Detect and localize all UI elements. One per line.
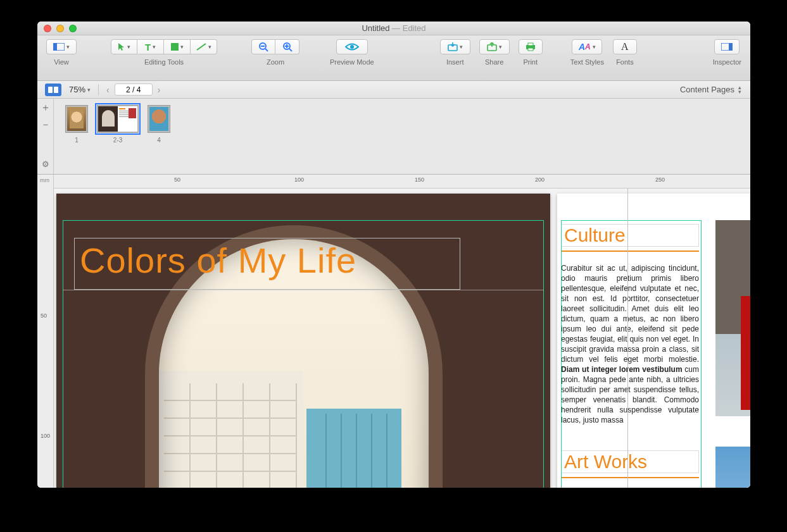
view-panel-icon — [53, 43, 65, 51]
view-label: View — [54, 58, 69, 66]
thumb-label-2-3: 2-3 — [113, 137, 122, 144]
title-text-frame[interactable]: Colors of My Life — [74, 238, 460, 290]
add-page-button[interactable]: ＋ — [41, 101, 51, 114]
svg-point-11 — [350, 45, 354, 49]
insert-icon — [448, 42, 458, 51]
chevron-down-icon: ▾ — [87, 87, 91, 93]
svg-rect-16 — [528, 48, 533, 51]
zoom-in-button[interactable] — [275, 39, 299, 54]
edited-badge: — Edited — [389, 23, 425, 33]
chevron-down-icon: ▾ — [127, 44, 130, 50]
text-styles-icon: AA — [579, 42, 591, 52]
horizontal-ruler: 50 100 150 200 250 — [54, 175, 750, 189]
zoom-out-button[interactable] — [251, 39, 275, 54]
share-icon — [487, 42, 497, 51]
document-name: Untitled — [362, 23, 389, 33]
svg-rect-15 — [528, 43, 533, 46]
facing-pages-toggle[interactable] — [45, 84, 61, 96]
ruler-unit: mm — [40, 177, 49, 183]
hruler-tick-150: 150 — [415, 176, 424, 183]
thumbnail-controls: ＋ － ⚙ — [37, 99, 54, 174]
vertical-ruler: mm 50 100 — [37, 175, 54, 488]
editing-tools-label: Editing Tools — [144, 58, 184, 66]
svg-rect-18 — [729, 43, 733, 51]
hruler-tick-200: 200 — [535, 176, 545, 183]
zoom-out-icon — [258, 42, 268, 52]
document-canvas[interactable]: Colors of My Life Culture Curabitur sit … — [54, 189, 750, 488]
chevron-down-icon: ▾ — [593, 44, 596, 50]
hruler-tick-250: 250 — [655, 176, 665, 183]
sub-toolbar: 75%▾ ‹ › Content Pages ▴▾ — [37, 81, 750, 99]
inspector-label: Inspector — [713, 58, 741, 66]
insert-label: Insert — [446, 58, 464, 66]
share-button[interactable]: ▾ — [479, 39, 510, 54]
app-window: Untitled — Edited ▾ View ▾ T▾ — [37, 22, 750, 488]
page-number-input[interactable] — [115, 84, 153, 96]
page-2-guide-line — [63, 290, 544, 290]
share-label: Share — [485, 58, 503, 66]
text-tool-icon: T — [145, 42, 151, 53]
page-thumbnail-4[interactable] — [148, 105, 170, 133]
fullscreen-window-button[interactable] — [69, 25, 77, 32]
thumb-label-4: 4 — [157, 137, 161, 144]
chevron-down-icon: ▾ — [460, 44, 463, 50]
toolbar: ▾ View ▾ T▾ ▾ ▾ Editing Tools — [37, 35, 750, 81]
page-type-dropdown[interactable]: Content Pages ▴▾ — [680, 85, 750, 94]
svg-rect-2 — [171, 43, 179, 51]
thumbnail-bar: ＋ － ⚙ 1 2-3 — [37, 99, 750, 175]
minimize-window-button[interactable] — [56, 25, 64, 32]
inspector-button[interactable] — [714, 39, 740, 54]
hruler-tick-50: 50 — [174, 176, 180, 183]
page-thumbnail-2-3[interactable] — [97, 105, 139, 133]
preview-label: Preview Mode — [330, 58, 374, 66]
svg-line-5 — [265, 49, 268, 51]
select-tool-button[interactable]: ▾ — [111, 39, 137, 54]
hruler-tick-100: 100 — [294, 176, 304, 183]
vruler-tick-100: 100 — [41, 433, 50, 439]
text-tool-button[interactable]: T▾ — [137, 39, 164, 54]
chevron-down-icon: ▾ — [180, 44, 184, 50]
text-styles-label: Text Styles — [570, 58, 604, 66]
thumbnail-settings-button[interactable]: ⚙ — [42, 159, 49, 169]
svg-rect-20 — [54, 87, 58, 93]
window-title: Untitled — Edited — [362, 23, 425, 33]
fonts-icon: A — [621, 41, 629, 53]
eye-icon — [345, 42, 359, 51]
vruler-tick-50: 50 — [41, 312, 47, 319]
inspector-icon — [721, 43, 733, 51]
page-thumbnail-1[interactable] — [65, 105, 88, 133]
fonts-button[interactable]: A — [613, 39, 637, 54]
text-styles-button[interactable]: AA▾ — [572, 39, 602, 54]
thumb-label-1: 1 — [75, 137, 79, 144]
preview-mode-button[interactable] — [336, 39, 368, 54]
chevron-down-icon: ▾ — [66, 44, 70, 50]
fonts-label: Fonts — [616, 58, 634, 66]
remove-page-button[interactable]: － — [41, 118, 51, 132]
page-3[interactable]: Culture Curabitur sit ac ut, adipiscing … — [557, 194, 750, 488]
shape-tool-button[interactable]: ▾ — [164, 39, 191, 54]
chevron-down-icon: ▾ — [153, 44, 156, 50]
page-3-image-bottom[interactable] — [715, 447, 750, 488]
book-open-icon — [47, 86, 59, 94]
chevron-down-icon: ▾ — [208, 44, 211, 50]
printer-icon — [525, 42, 536, 51]
line-icon — [196, 43, 206, 51]
zoom-dropdown[interactable]: 75%▾ — [69, 85, 91, 94]
svg-line-8 — [289, 49, 292, 51]
page-2[interactable]: Colors of My Life — [56, 194, 550, 488]
close-window-button[interactable] — [44, 25, 51, 32]
shape-icon — [171, 43, 179, 51]
inspector-separator — [627, 189, 628, 488]
pointer-icon — [118, 42, 125, 51]
chevron-down-icon: ▾ — [499, 44, 502, 50]
page-type-label: Content Pages — [680, 85, 734, 94]
insert-button[interactable]: ▾ — [440, 39, 470, 54]
print-button[interactable] — [519, 39, 543, 54]
page-3-image-top[interactable] — [715, 220, 750, 416]
line-tool-button[interactable]: ▾ — [191, 39, 217, 54]
next-page-button[interactable]: › — [158, 85, 161, 95]
prev-page-button[interactable]: ‹ — [106, 85, 110, 95]
work-area: mm 50 100 50 100 150 200 250 — [37, 175, 750, 488]
view-button[interactable]: ▾ — [46, 39, 77, 54]
titlebar: Untitled — Edited — [37, 22, 750, 35]
